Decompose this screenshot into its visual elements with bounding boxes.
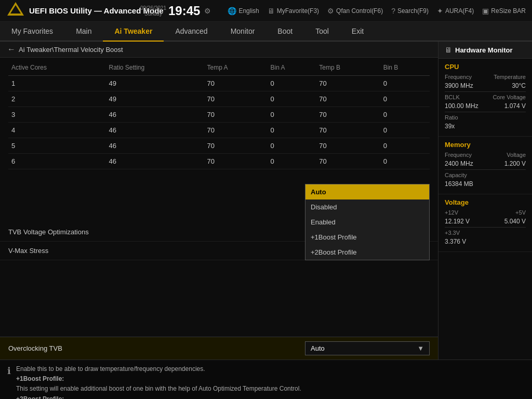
toolbar-myfavorite[interactable]: 🖥 MyFavorite(F3) (268, 7, 319, 15)
hw-12v-row: +12V +5V (445, 209, 526, 216)
table-row[interactable]: 149700700 (8, 76, 430, 91)
table-row[interactable]: 646700700 (8, 154, 430, 169)
table-cell-col4: 70 (316, 154, 380, 169)
left-panel: ← Ai Tweaker\Thermal Velocity Boost Acti… (0, 42, 438, 360)
hw-cpu-title: CPU (445, 63, 526, 71)
table-cell-col1: 46 (105, 154, 204, 169)
table-cell-col4: 70 (316, 123, 380, 138)
hw-12v-value: 12.192 V (445, 218, 470, 225)
globe-icon: 🌐 (228, 7, 236, 15)
overclocking-select[interactable]: Auto ▼ (305, 341, 430, 355)
table-cell-col4: 70 (316, 107, 380, 123)
hw-cpu-temp-value: 30°C (512, 82, 526, 89)
table-cell-col5: 0 (380, 76, 430, 91)
hw-voltage-title: Voltage (445, 198, 526, 206)
table-cell-col1: 46 (105, 123, 204, 138)
toolbar-resize-bar[interactable]: ▣ ReSize BAR (482, 7, 526, 15)
hw-mem-cap-row: Capacity (445, 172, 526, 178)
asus-logo-icon (6, 1, 25, 20)
nav-my-favorites[interactable]: My Favorites (0, 22, 64, 42)
hw-ratio-val-row: 39x (445, 123, 526, 130)
toolbar-qfan[interactable]: ⚙ Qfan Control(F6) (327, 7, 383, 15)
breadcrumb-bar: ← Ai Tweaker\Thermal Velocity Boost (0, 42, 438, 58)
toolbar-language[interactable]: 🌐 English (228, 7, 259, 15)
nav-tool[interactable]: Tool (304, 22, 340, 42)
monitor-display-icon: 🖥 (445, 46, 452, 54)
hw-mem-cap-value: 16384 MB (445, 180, 473, 188)
dropdown-option-auto[interactable]: Auto (305, 184, 429, 200)
hw-monitor-header: 🖥 Hardware Monitor (438, 42, 532, 59)
dropdown-option-1boost[interactable]: +1Boost Profile (305, 230, 429, 245)
table-cell-col5: 0 (380, 154, 430, 169)
nav-monitor[interactable]: Monitor (219, 22, 267, 42)
nav-ai-tweaker[interactable]: Ai Tweaker (103, 22, 164, 42)
hw-12v-val-row: 12.192 V 5.040 V (445, 218, 526, 225)
table-cell-col3: 0 (267, 91, 316, 107)
table-cell-col0: 1 (8, 76, 105, 91)
right-panel: 🖥 Hardware Monitor CPU Frequency Tempera… (438, 42, 532, 360)
nav-advanced[interactable]: Advanced (164, 22, 219, 42)
table-row[interactable]: 346700700 (8, 107, 430, 123)
hw-33v-value: 3.376 V (445, 238, 466, 245)
hw-core-voltage-label: Core Voltage (493, 94, 526, 100)
hw-ratio-row: Ratio (445, 114, 526, 121)
dropdown-option-2boost[interactable]: +2Boost Profile (305, 245, 429, 260)
hw-33v-row: +3.3V (445, 230, 526, 236)
hw-cpu-freq-value: 3900 MHz (445, 82, 473, 89)
nav-bar: My Favorites Main Ai Tweaker Advanced Mo… (0, 22, 532, 42)
search-icon: ? (391, 7, 395, 15)
hw-mem-freq-row: Frequency Voltage (445, 152, 526, 158)
hw-core-voltage-value: 1.074 V (504, 102, 526, 110)
hw-mem-cap-val-row: 16384 MB (445, 180, 526, 188)
col-header-bin-a: Bin A (267, 60, 316, 76)
info-text: Enable this to be able to draw temperatu… (16, 364, 303, 399)
core-table: Active Cores Ratio Setting Temp A Bin A … (8, 60, 430, 169)
hw-33v-val-row: 3.376 V (445, 238, 526, 245)
table-cell-col3: 0 (267, 123, 316, 138)
dropdown-menu: Auto Disabled Enabled +1Boost Profile +2… (305, 184, 430, 260)
back-button[interactable]: ← (7, 45, 16, 54)
hw-cpu-section: CPU Frequency Temperature 3900 MHz 30°C … (438, 59, 532, 137)
hw-cpu-freq-label: Frequency (445, 74, 472, 80)
dropdown-option-disabled[interactable]: Disabled (305, 200, 429, 215)
hw-voltage-section: Voltage +12V +5V 12.192 V 5.040 V +3.3V … (438, 194, 532, 252)
table-row[interactable]: 546700700 (8, 138, 430, 154)
table-cell-col4: 70 (316, 76, 380, 91)
table-cell-col1: 49 (105, 76, 204, 91)
table-cell-col3: 0 (267, 107, 316, 123)
col-header-bin-b: Bin B (380, 60, 430, 76)
col-header-ratio-setting: Ratio Setting (105, 60, 204, 76)
table-cell-col0: 4 (8, 123, 105, 138)
table-cell-col2: 70 (204, 123, 268, 138)
col-header-temp-b: Temp B (316, 60, 380, 76)
hw-mem-cap-label: Capacity (445, 172, 467, 178)
header: UEFI BIOS Utility — Advanced Mode 09/26/… (0, 0, 532, 22)
nav-exit[interactable]: Exit (340, 22, 375, 42)
table-cell-col5: 0 (380, 91, 430, 107)
hw-cpu-freq-row: Frequency Temperature (445, 74, 526, 80)
nav-main[interactable]: Main (64, 22, 103, 42)
settings-icon[interactable]: ⚙ (204, 7, 211, 15)
toolbar-search[interactable]: ? Search(F9) (391, 7, 429, 15)
hw-mem-freq-label: Frequency (445, 152, 472, 158)
day-display: Sunday (140, 11, 166, 17)
fan-icon: ⚙ (327, 7, 334, 15)
hw-5v-value: 5.040 V (504, 218, 526, 225)
hw-mem-freq-val-row: 2400 MHz 1.200 V (445, 160, 526, 167)
table-row[interactable]: 446700700 (8, 123, 430, 138)
core-table-body: 1497007002497007003467007004467007005467… (8, 76, 430, 169)
table-cell-col2: 70 (204, 107, 268, 123)
table-cell-col2: 70 (204, 154, 268, 169)
table-cell-col2: 70 (204, 138, 268, 154)
hw-33v-label: +3.3V (445, 230, 460, 236)
dropdown-option-enabled[interactable]: Enabled (305, 215, 429, 230)
toolbar-aura[interactable]: ✦ AURA(F4) (437, 7, 474, 15)
table-cell-col5: 0 (380, 123, 430, 138)
toolbar: 🌐 English 🖥 MyFavorite(F3) ⚙ Qfan Contro… (228, 7, 526, 15)
info-panel: ℹ Enable this to be able to draw tempera… (0, 360, 532, 399)
hw-5v-label: +5V (515, 209, 526, 216)
info-icon: ℹ (7, 365, 11, 377)
nav-boot[interactable]: Boot (266, 22, 304, 42)
hw-bclk-val-row: 100.00 MHz 1.074 V (445, 102, 526, 110)
table-row[interactable]: 249700700 (8, 91, 430, 107)
